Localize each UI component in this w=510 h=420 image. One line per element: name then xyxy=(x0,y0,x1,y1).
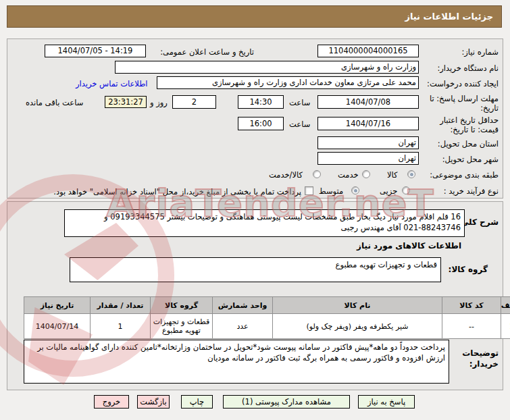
page-title: جزئیات اطلاعات نیاز xyxy=(405,11,493,22)
table-cell: شیر یکطرفه ویفر (ویفر چک ولو) xyxy=(273,314,442,339)
goods-group-label: گروه کالا: xyxy=(449,265,488,274)
goods-table[interactable]: ردیفکد کالانام کالاواحد شمارشگروه کالاتع… xyxy=(24,296,510,339)
radio-partial-label: جزیی xyxy=(380,186,397,196)
goods-table-col-header: تعداد / مقدار xyxy=(91,297,151,314)
city-field[interactable]: تهران xyxy=(317,152,419,165)
buyer-contact-link[interactable]: اطلاعات تماس خریدار xyxy=(76,79,148,88)
radio-partial[interactable] xyxy=(402,186,410,194)
request-creator-label: ایجاد کننده درخواست: xyxy=(427,79,499,88)
announce-datetime-field[interactable]: 1404/07/05 - 14:19 xyxy=(45,45,146,57)
goods-table-col-header: واحد شمارش xyxy=(213,297,273,314)
price-validity-hour-label: ساعت xyxy=(289,120,310,129)
radio-goods[interactable] xyxy=(407,170,415,178)
city-label: شهر محل تحویل: xyxy=(442,155,499,164)
goods-section-header: اطلاعات کالاهای مورد نیاز xyxy=(357,241,461,251)
respond-button[interactable]: پاسخ به نیاز xyxy=(358,395,415,409)
radio-goods-label: کالا xyxy=(387,170,398,180)
treasury-checkbox-label: پرداخت تمام یا بخشی از مبلغ خرید،از محل … xyxy=(86,187,301,196)
classification-label: طبقه بندی موضوعی: xyxy=(430,170,499,180)
title-bar: جزئیات اطلاعات نیاز xyxy=(7,5,502,28)
back-button[interactable]: بازگشت xyxy=(137,395,170,409)
radio-service-label: خدمت xyxy=(338,170,359,180)
radio-goods-service[interactable] xyxy=(313,170,321,178)
goods-table-col-header: گروه کالا xyxy=(151,297,213,314)
response-deadline-time-field[interactable]: 14:30 xyxy=(238,95,284,109)
province-field[interactable]: تهران xyxy=(317,136,419,149)
announce-datetime-label: تاریخ و ساعت اعلان عمومی: xyxy=(160,47,254,57)
remaining-label: ساعت باقی مانده xyxy=(26,98,83,107)
table-cell: 1 xyxy=(91,314,151,339)
buyer-org-label: نام دستگاه خریدار: xyxy=(437,63,499,73)
buyer-notes-label: توضیحات خریدار: xyxy=(457,348,499,369)
buyer-notes-field[interactable]: پرداخت حدوداً دو ماهه*پیش فاکتور در ساما… xyxy=(24,340,449,384)
radio-medium[interactable] xyxy=(351,186,359,194)
table-cell: عدد xyxy=(213,314,273,339)
goods-table-body: 1--شیر یکطرفه ویفر (ویفر چک ولو)عددقطعات… xyxy=(24,314,510,339)
days-label: روز و xyxy=(150,98,168,107)
radio-service[interactable] xyxy=(362,170,370,178)
province-label: استان محل تحویل: xyxy=(438,139,499,149)
need-number-field[interactable]: 1104000004000165 xyxy=(317,45,419,57)
print-button[interactable]: چاپ xyxy=(181,395,213,409)
request-creator-field[interactable]: محمد علی مرتازی معاون خدمات اداری وزارت … xyxy=(157,76,419,89)
treasury-checkbox[interactable] xyxy=(305,186,313,195)
view-attachments-button[interactable]: مشاهده مدارک پیوستی (1) xyxy=(223,395,350,409)
buyer-org-field[interactable]: وزارت راه و شهرسازی xyxy=(115,61,419,74)
price-validity-date-field[interactable]: 1404/07/16 xyxy=(317,117,419,130)
response-deadline-date-field[interactable]: 1404/07/08 xyxy=(317,95,419,109)
need-details-page: جزئیات اطلاعات نیاز شماره نیاز: 11040000… xyxy=(0,0,510,420)
radio-medium-label: متوسط xyxy=(319,186,343,196)
process-type-label: نوع فرآیند خرید : xyxy=(444,186,499,196)
need-number-label: شماره نیاز: xyxy=(461,47,499,57)
response-deadline-hour-label: ساعت xyxy=(289,98,310,107)
response-deadline-label: مهلت ارسال پاسخ: تا تاریخ: xyxy=(426,94,499,113)
table-cell: -- xyxy=(442,314,501,339)
table-cell: 1404/07/14 xyxy=(24,314,91,339)
price-validity-label: حداقل تاریخ اعتبار قیمت: تا تاریخ: xyxy=(426,115,499,134)
days-remaining-field[interactable]: 2 xyxy=(172,95,216,109)
goods-group-field[interactable]: قطعات و تجهیزات تهویه مطبوع xyxy=(70,257,441,282)
goods-table-col-header: کد کالا xyxy=(442,297,501,314)
table-cell: قطعات و تجهیزات تهویه مطبوع xyxy=(151,314,213,339)
price-validity-time-field[interactable]: 16:00 xyxy=(238,117,284,130)
goods-table-header: ردیفکد کالانام کالاواحد شمارشگروه کالاتع… xyxy=(24,297,510,314)
table-row[interactable]: 1--شیر یکطرفه ویفر (ویفر چک ولو)عددقطعات… xyxy=(24,314,510,339)
exit-button[interactable]: خروج xyxy=(94,395,129,409)
goods-table-col-header: نام کالا xyxy=(273,297,442,314)
goods-table-col-header: ردیف xyxy=(501,297,510,314)
radio-goods-service-label: کالا/خدمت xyxy=(269,170,303,180)
table-cell: 1 xyxy=(501,314,510,339)
countdown-timer: 23:31:27 xyxy=(105,96,147,108)
description-field[interactable]: 16 قلم اقلام مورد نیاز دیگ بخار طبق مشخص… xyxy=(64,209,465,237)
goods-table-col-header: تاریخ نیاز xyxy=(24,297,91,314)
